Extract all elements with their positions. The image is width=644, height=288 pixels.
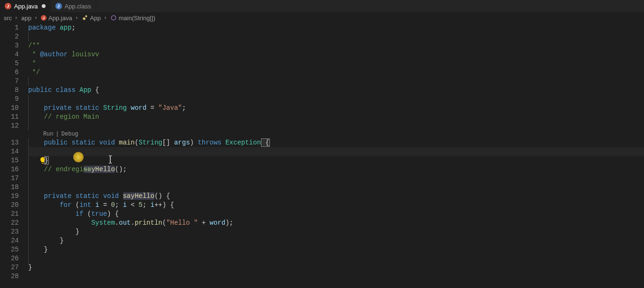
crumb-app[interactable]: app <box>21 15 31 22</box>
codelens-debug[interactable]: Debug <box>61 130 78 139</box>
code-line[interactable] <box>28 95 644 104</box>
code-line[interactable]: } <box>28 245 644 254</box>
lightbulb-icon[interactable] <box>8 148 15 155</box>
crumb-class[interactable]: App <box>82 15 101 22</box>
crumb-src[interactable]: src <box>4 15 12 22</box>
text-cursor-icon <box>77 146 80 153</box>
code-line-active[interactable]: sayHello(); <box>28 147 644 156</box>
code-line[interactable]: // region Main <box>28 113 644 121</box>
code-line[interactable]: /** <box>28 41 644 50</box>
chevron-right-icon <box>74 15 80 21</box>
code-line[interactable]: } <box>28 227 644 236</box>
tab-label: App.class <box>65 3 91 10</box>
tab-app-class[interactable]: J App.class <box>51 0 96 12</box>
method-symbol-icon <box>110 15 117 21</box>
code-line[interactable] <box>28 32 644 41</box>
tab-label: App.java <box>14 3 38 10</box>
code-content[interactable]: package app; /** * @author louisvv * */ … <box>28 23 644 281</box>
code-line[interactable] <box>28 183 644 192</box>
codelens: Run | Debug <box>28 130 644 138</box>
code-line[interactable] <box>28 121 644 130</box>
code-line[interactable]: if (true) { <box>28 210 644 219</box>
crumb-method[interactable]: main(String[]) <box>110 15 155 22</box>
breadcrumb: src app J App.java App main(String[]) <box>0 12 644 23</box>
code-line[interactable]: * @author louisvv <box>28 50 644 59</box>
code-line[interactable]: package app; <box>28 23 644 32</box>
code-line[interactable]: private static String word = "Java"; <box>28 104 644 113</box>
code-line[interactable] <box>28 272 644 281</box>
crumb-file[interactable]: J App.java <box>41 15 72 22</box>
class-file-icon: J <box>55 3 62 9</box>
code-line[interactable]: // endregion <box>28 165 644 174</box>
class-symbol-icon <box>82 15 88 21</box>
java-file-icon: J <box>41 15 46 21</box>
code-editor[interactable]: 1 2 3 4 5 6 7 8 9 10 11 12 13 14 15 16 1… <box>0 23 644 281</box>
code-line[interactable]: * <box>28 59 644 68</box>
chevron-right-icon <box>103 15 108 21</box>
code-line[interactable]: */ <box>28 68 644 77</box>
code-line[interactable]: private static void sayHello() { <box>28 192 644 201</box>
code-line[interactable]: } <box>28 236 644 245</box>
java-file-icon: J <box>5 3 11 9</box>
chevron-right-icon <box>33 15 39 21</box>
code-line[interactable]: } <box>28 263 644 272</box>
chevron-right-icon <box>14 15 19 21</box>
code-line[interactable] <box>28 254 644 263</box>
tab-bar: J App.java J App.class <box>0 0 644 12</box>
code-line[interactable] <box>28 77 644 86</box>
code-line[interactable]: for (int i = 0; i < 5; i++) { <box>28 201 644 210</box>
code-line[interactable] <box>28 174 644 183</box>
code-line[interactable]: System.out.println("Hello " + word); <box>28 219 644 227</box>
code-line[interactable]: public static void main(String[] args) t… <box>28 138 644 147</box>
tab-app-java[interactable]: J App.java <box>0 0 51 12</box>
code-line[interactable]: } <box>28 156 644 165</box>
dirty-indicator-icon <box>42 4 46 8</box>
code-line[interactable]: public class App { <box>28 86 644 95</box>
codelens-run[interactable]: Run <box>43 130 54 139</box>
